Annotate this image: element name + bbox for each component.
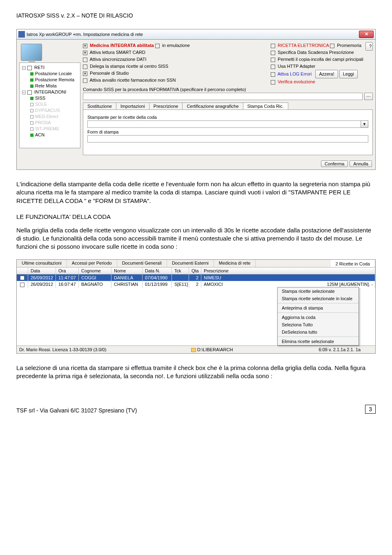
- checkbox-icon[interactable]: [27, 90, 32, 95]
- opt-personale: Personale di Studio: [90, 71, 129, 76]
- checkbox-icon[interactable]: [330, 44, 334, 48]
- tab-stampa-coda[interactable]: Stampa Coda Ric.: [243, 103, 288, 109]
- gtab-coda[interactable]: 2 Ricette in Coda: [331, 260, 375, 267]
- tree-item[interactable]: Rete Mista: [35, 83, 57, 88]
- checkbox-icon[interactable]: [271, 44, 275, 48]
- checkbox-icon[interactable]: [83, 51, 87, 55]
- checkbox-icon[interactable]: [271, 65, 275, 69]
- checkbox-icon[interactable]: [27, 66, 32, 70]
- conferma-button[interactable]: Conferma: [321, 160, 348, 167]
- cell: 26/09/2012: [28, 274, 56, 281]
- checkbox-icon[interactable]: [155, 44, 160, 48]
- tree-item[interactable]: Postazione Remota: [35, 77, 74, 82]
- tree-reti[interactable]: RETI: [34, 65, 45, 70]
- cell: NIMESU: [201, 274, 375, 281]
- tree-item[interactable]: SIT-PREME: [35, 126, 59, 131]
- cell: DANIELA: [111, 274, 143, 281]
- opt-delega: Delega la stampa ricette al centro SISS: [90, 64, 168, 69]
- cell: 2: [189, 274, 201, 281]
- cmd-label: Comando SISS per la procedura INFORMATIV…: [83, 87, 373, 92]
- cell: 26/09/2012: [28, 281, 56, 288]
- checkbox-icon[interactable]: [83, 44, 87, 48]
- cm-elimina[interactable]: Elimina ricette selezionate: [278, 338, 359, 345]
- gtab-docgen[interactable]: Documenti Generali: [117, 260, 167, 267]
- cell: BAGNATO: [79, 281, 111, 288]
- opt-copiaincolla: Permetti il copia-incolla dei campi prin…: [278, 57, 363, 62]
- col-datan: Data N.: [143, 267, 172, 274]
- page-header: IATROSXP SISS v. 2.X – NOTE DI RILASCIO: [16, 12, 376, 19]
- cell: 16:07:47: [56, 281, 79, 288]
- opt-promemoria: Promemoria: [337, 43, 361, 48]
- cm-stampa-sel[interactable]: Stampa ricette selezionate: [278, 288, 359, 295]
- gtab-medrete[interactable]: Medicina di rete: [214, 260, 256, 267]
- col-check: [17, 267, 28, 274]
- settings-tree[interactable]: − RETI Postazione Locale Postazione Remo…: [19, 62, 80, 148]
- status-licenza: Dr. Mario Rossi. Licenza 1-33-00139 (3.0…: [19, 347, 106, 352]
- row-checkbox[interactable]: [20, 283, 24, 287]
- cell-tail: 125M [AUGMENTIN]. -: [327, 282, 373, 287]
- tab-body: Stampante per le ricette della coda ▼ Fo…: [83, 109, 373, 155]
- tree-item[interactable]: ACN: [35, 132, 45, 137]
- checkbox-icon[interactable]: [83, 71, 87, 76]
- opt-log: Attiva LOG Errori: [277, 71, 312, 76]
- tab-certificazione[interactable]: Certificazione anagrafiche: [182, 103, 243, 109]
- tree-item[interactable]: Postazione Locale: [35, 71, 72, 76]
- browse-button[interactable]: ....: [364, 93, 373, 100]
- tree-item[interactable]: DYPSACUS: [35, 108, 60, 113]
- form-input[interactable]: [87, 135, 368, 143]
- gtab-docest[interactable]: Documenti Esterni: [167, 260, 214, 267]
- titlebar: Iatros Xp workGROUP +rm. Impostazione me…: [17, 29, 375, 40]
- app-icon: [18, 31, 25, 38]
- cell: 07/04/1990: [143, 274, 172, 281]
- col-nome: Nome: [111, 267, 143, 274]
- col-prescrizione: Prescrizione: [201, 267, 375, 274]
- cell: [172, 274, 189, 281]
- cell: CHRISTIAN: [111, 281, 143, 288]
- printer-input[interactable]: [87, 120, 361, 128]
- cmd-input[interactable]: [83, 93, 363, 100]
- chevron-down-icon[interactable]: ▼: [361, 120, 368, 128]
- col-ora: Ora: [56, 267, 79, 274]
- status-version: 6:09 v. 2.1.1a 2.1. 1a: [318, 347, 361, 352]
- gtab-accessi[interactable]: Accessi per Periodo: [67, 260, 117, 267]
- col-data: Data: [28, 267, 56, 274]
- checkbox-icon[interactable]: [271, 58, 275, 62]
- row-checkbox[interactable]: [20, 276, 24, 280]
- checkbox-icon[interactable]: [271, 72, 275, 77]
- window-title: Iatros Xp workGROUP +rm. Impostazione me…: [27, 32, 143, 37]
- cm-anteprima[interactable]: Anteprima di stampa: [278, 304, 359, 312]
- tab-importazioni[interactable]: Importazioni: [116, 103, 149, 109]
- tree-item[interactable]: SISS: [35, 96, 45, 100]
- col-cognome: Cognome: [79, 267, 111, 274]
- settings-dialog: Iatros Xp workGROUP +rm. Impostazione me…: [16, 29, 376, 170]
- tab-prescrizione[interactable]: Prescrizione: [149, 103, 183, 109]
- cm-deseltutto[interactable]: DeSeleziona tutto: [278, 328, 359, 336]
- cm-aggiorna[interactable]: Aggiorna la coda: [278, 314, 359, 321]
- paragraph-1: L'indicazione della stampante della coda…: [16, 180, 376, 205]
- table-row[interactable]: 26/09/2012 11:47:07 COGGI DANIELA 07/04/…: [17, 274, 375, 281]
- queue-grid-area: Ultime consultazioni Accessi per Periodo…: [16, 259, 376, 354]
- cm-seltutto[interactable]: Seleziona Tutto: [278, 321, 359, 328]
- checkbox-icon[interactable]: [83, 78, 87, 83]
- annulla-button[interactable]: Annulla: [350, 160, 372, 167]
- tree-item[interactable]: PROSA: [35, 120, 51, 125]
- tree-integrazioni[interactable]: INTEGRAZIONI: [34, 89, 66, 94]
- checkbox-icon[interactable]: [83, 58, 87, 62]
- cell: 01/12/1999: [143, 281, 172, 288]
- help-button[interactable]: ?: [365, 42, 373, 51]
- cm-stampa-loc[interactable]: Stampa ricette selezionate in locale: [278, 295, 359, 302]
- cell: 2: [189, 281, 201, 288]
- tree-item[interactable]: MED-Direct: [35, 114, 58, 119]
- leggi-button[interactable]: Leggi: [339, 70, 358, 78]
- checkbox-icon[interactable]: [83, 65, 87, 69]
- checkbox-icon[interactable]: [271, 80, 275, 85]
- tree-item[interactable]: SOLE: [35, 102, 47, 107]
- checkbox-icon[interactable]: [271, 51, 275, 55]
- gtab-ultime[interactable]: Ultime consultazioni: [17, 260, 67, 267]
- tab-sostituzione[interactable]: Sostituzione: [83, 103, 116, 109]
- opt-medicina-integrata: Medicina INTEGRATA abilitata: [90, 43, 154, 48]
- azzera-button[interactable]: Azzera!: [315, 70, 338, 78]
- cell: COGGI: [79, 274, 111, 281]
- close-icon[interactable]: ✕: [359, 31, 374, 38]
- opt-smartcard: Attiva lettura SMART CARD: [89, 50, 145, 55]
